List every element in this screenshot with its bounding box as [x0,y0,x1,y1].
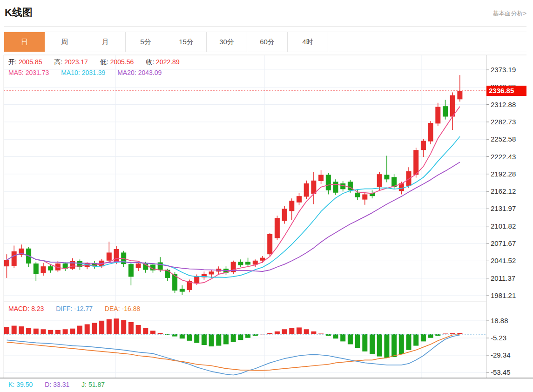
kdj-readout: K:39.50 D:33.31 J:51.87 [8,381,107,388]
high-value: 2023.17 [64,58,88,66]
dea-value: -16.88 [122,305,141,312]
macd-value: 8.23 [31,305,44,312]
k-value: 39.50 [16,381,33,388]
open-label: 开: [8,58,17,66]
macd-readout: MACD:8.23 DIFF:-12.77 DEA:-16.88 [8,305,142,312]
open-value: 2005.85 [19,58,42,66]
diff-label: DIFF: [56,305,72,312]
macd-label: MACD: [8,305,29,312]
close-value: 2022.89 [156,58,180,66]
svg-text:2071.67: 2071.67 [491,239,516,247]
j-value: 51.87 [88,381,105,388]
j-label: J: [81,381,87,388]
svg-text:2222.43: 2222.43 [491,153,516,161]
ma5-value: 2031.73 [26,69,49,76]
ma-readout: MA5:2031.73 MA10:2031.39 MA20:2043.09 [8,69,163,76]
low-value: 2005.56 [110,58,134,66]
current-price-tag: 2336.85 [486,86,526,96]
ma20-label: MA20: [117,69,136,76]
diff-value: -12.77 [74,305,93,312]
d-value: 33.31 [53,381,69,388]
dea-label: DEA: [105,305,120,312]
ma5-label: MA5: [8,69,24,76]
svg-text:2011.37: 2011.37 [491,274,515,282]
kline-page: K线图 基本面分析> 日周月5分15分30分60分4时 2373.192343.… [0,0,533,392]
ma10-value: 2031.39 [82,69,106,76]
high-label: 高: [54,58,62,66]
close-label: 收: [146,58,154,66]
svg-text:2162.12: 2162.12 [491,187,516,195]
svg-text:18.88: 18.88 [491,317,508,324]
svg-text:2312.88: 2312.88 [491,101,516,108]
svg-text:-29.34: -29.34 [491,351,511,359]
low-label: 低: [100,58,108,66]
ma20-value: 2043.09 [138,69,162,76]
svg-text:2282.73: 2282.73 [491,118,516,126]
svg-text:2101.82: 2101.82 [491,222,516,230]
svg-text:-5.23: -5.23 [491,334,506,342]
svg-text:2192.28: 2192.28 [491,170,516,178]
svg-text:1981.21: 1981.21 [491,291,516,299]
svg-text:2252.58: 2252.58 [491,135,516,143]
ohlc-readout: 开:2005.85 高:2023.17 低:2005.56 收:2022.89 [8,58,182,67]
svg-text:-53.45: -53.45 [491,368,511,376]
k-label: K: [8,381,14,388]
svg-text:2041.52: 2041.52 [491,257,516,264]
ma10-label: MA10: [61,69,80,76]
svg-text:2373.19: 2373.19 [491,66,516,74]
d-label: D: [45,381,51,388]
svg-text:2131.97: 2131.97 [491,204,516,212]
